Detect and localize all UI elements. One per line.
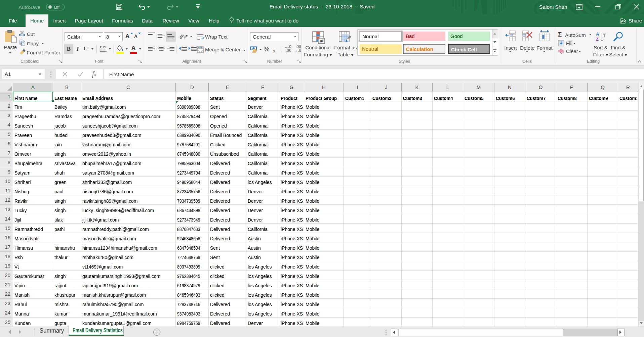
svg-text:A: A xyxy=(596,32,599,37)
svg-text:ab: ab xyxy=(179,33,186,40)
svg-text:Z: Z xyxy=(596,37,599,42)
